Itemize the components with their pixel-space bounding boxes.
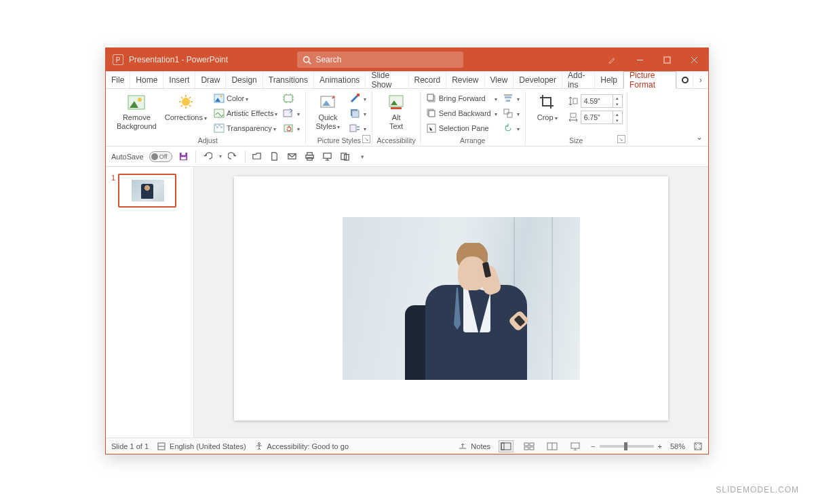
tab-design[interactable]: Design xyxy=(226,71,263,88)
reset-picture-icon xyxy=(283,123,294,134)
touch-mouse-mode-button[interactable] xyxy=(339,151,351,163)
height-input[interactable]: 4.59"▴▾ xyxy=(581,94,623,108)
svg-rect-27 xyxy=(220,126,222,128)
language-indicator[interactable]: English (United States) xyxy=(157,442,246,451)
save-button[interactable] xyxy=(178,151,190,163)
zoom-slider[interactable] xyxy=(600,445,654,448)
selection-pane-button[interactable]: Selection Pane xyxy=(425,121,499,135)
slideshow-view-button[interactable] xyxy=(568,440,583,452)
slide-thumbnail-1[interactable] xyxy=(118,174,176,208)
camera-tool-button[interactable] xyxy=(676,71,692,88)
picture-border-button[interactable] xyxy=(348,92,368,105)
zoom-out-button[interactable]: − xyxy=(591,442,595,450)
slide-sorter-view-button[interactable] xyxy=(522,440,537,452)
accessibility-indicator[interactable]: Accessibility: Good to go xyxy=(254,442,349,451)
tab-draw[interactable]: Draw xyxy=(195,71,226,88)
svg-point-9 xyxy=(182,98,190,106)
slideshow-from-beginning-button[interactable] xyxy=(322,151,334,163)
picture-layout-button[interactable] xyxy=(348,121,368,135)
notes-button[interactable]: Notes xyxy=(458,442,490,451)
normal-view-button[interactable] xyxy=(499,440,513,452)
svg-line-14 xyxy=(181,97,182,98)
color-button[interactable]: Color xyxy=(212,92,279,105)
bring-forward-button[interactable]: Bring Forward xyxy=(425,92,499,105)
maximize-button[interactable] xyxy=(654,48,681,71)
slide-indicator[interactable]: Slide 1 of 1 xyxy=(111,442,149,450)
tab-animations[interactable]: Animations xyxy=(314,71,366,88)
svg-rect-25 xyxy=(218,124,220,126)
remove-background-button[interactable]: Remove Background xyxy=(114,92,159,132)
search-box[interactable]: Search xyxy=(297,52,463,68)
transparency-button[interactable]: Transparency xyxy=(212,121,279,135)
change-picture-button[interactable] xyxy=(282,106,301,120)
slide-canvas-area[interactable] xyxy=(194,167,708,438)
send-backward-button[interactable]: Send Backward xyxy=(425,106,499,120)
fit-to-window-button[interactable] xyxy=(693,442,703,451)
picture-effects-button[interactable] xyxy=(348,106,368,120)
autosave-toggle[interactable]: Off xyxy=(149,151,172,162)
tab-slide-show[interactable]: Slide Show xyxy=(366,71,408,88)
minimize-button[interactable] xyxy=(627,48,654,71)
svg-rect-56 xyxy=(181,157,187,159)
size-dialog-launcher[interactable]: ↘ xyxy=(617,135,625,143)
zoom-percentage[interactable]: 58% xyxy=(670,442,685,450)
redo-button[interactable] xyxy=(227,151,239,163)
compress-pictures-button[interactable] xyxy=(282,92,301,105)
undo-dropdown[interactable]: ▾ xyxy=(219,153,222,159)
tab-add-ins[interactable]: Add-ins xyxy=(562,71,595,88)
tab-record[interactable]: Record xyxy=(409,71,447,88)
quick-styles-button[interactable]: Quick Styles xyxy=(310,92,345,132)
svg-rect-74 xyxy=(524,447,528,450)
svg-rect-61 xyxy=(324,153,331,159)
width-input[interactable]: 6.75"▴▾ xyxy=(581,111,623,124)
collapse-ribbon-button[interactable]: ⌄ xyxy=(696,132,703,142)
quick-print-button[interactable] xyxy=(304,151,316,163)
align-icon xyxy=(503,93,513,104)
qat-customize-button[interactable]: ▾ xyxy=(357,151,369,163)
tab-developer[interactable]: Developer xyxy=(513,71,562,88)
zoom-in-button[interactable]: + xyxy=(658,442,662,450)
svg-rect-72 xyxy=(524,443,528,446)
tab-home[interactable]: Home xyxy=(130,71,163,88)
picture-effects-icon xyxy=(349,108,360,119)
svg-rect-52 xyxy=(573,98,577,104)
close-button[interactable] xyxy=(681,48,708,71)
svg-rect-43 xyxy=(427,94,433,100)
color-icon xyxy=(214,93,225,104)
svg-rect-60 xyxy=(307,157,313,160)
reading-view-button[interactable] xyxy=(545,440,560,452)
ribbon-overflow-button[interactable]: › xyxy=(693,71,708,88)
tab-insert[interactable]: Insert xyxy=(163,71,195,88)
artistic-effects-button[interactable]: Artistic Effects xyxy=(212,106,279,120)
slide-1[interactable] xyxy=(234,176,668,421)
svg-rect-33 xyxy=(357,94,360,96)
group-objects-button[interactable] xyxy=(501,106,521,120)
inserted-picture[interactable] xyxy=(343,217,580,380)
tab-view[interactable]: View xyxy=(485,71,514,88)
thumbnail-number: 1 xyxy=(111,174,115,208)
email-button[interactable] xyxy=(286,151,298,163)
picture-styles-dialog-launcher[interactable]: ↘ xyxy=(362,135,370,143)
undo-button[interactable] xyxy=(201,151,214,163)
svg-point-8 xyxy=(138,98,142,102)
document-title: Presentation1 - PowerPoint xyxy=(129,55,228,64)
tab-review[interactable]: Review xyxy=(446,71,484,88)
crop-button[interactable]: Crop xyxy=(530,92,565,123)
reset-picture-button[interactable] xyxy=(282,121,301,135)
tab-help[interactable]: Help xyxy=(595,71,623,88)
align-button[interactable] xyxy=(501,92,521,105)
coming-soon-icon[interactable] xyxy=(602,48,623,71)
new-button[interactable] xyxy=(269,151,281,163)
powerpoint-window: P Presentation1 - PowerPoint Search File… xyxy=(105,47,709,454)
tab-picture-format[interactable]: Picture Format xyxy=(623,71,676,89)
tab-file[interactable]: File xyxy=(106,71,130,88)
svg-rect-49 xyxy=(506,100,510,102)
svg-rect-45 xyxy=(429,111,435,117)
alt-text-button[interactable]: Alt Text xyxy=(379,92,414,132)
zoom-control[interactable]: − + xyxy=(591,442,662,450)
open-button[interactable] xyxy=(251,151,263,163)
remove-background-icon xyxy=(126,93,147,112)
rotate-button[interactable] xyxy=(501,121,521,135)
corrections-button[interactable]: Corrections xyxy=(162,92,210,123)
tab-transitions[interactable]: Transitions xyxy=(263,71,314,88)
